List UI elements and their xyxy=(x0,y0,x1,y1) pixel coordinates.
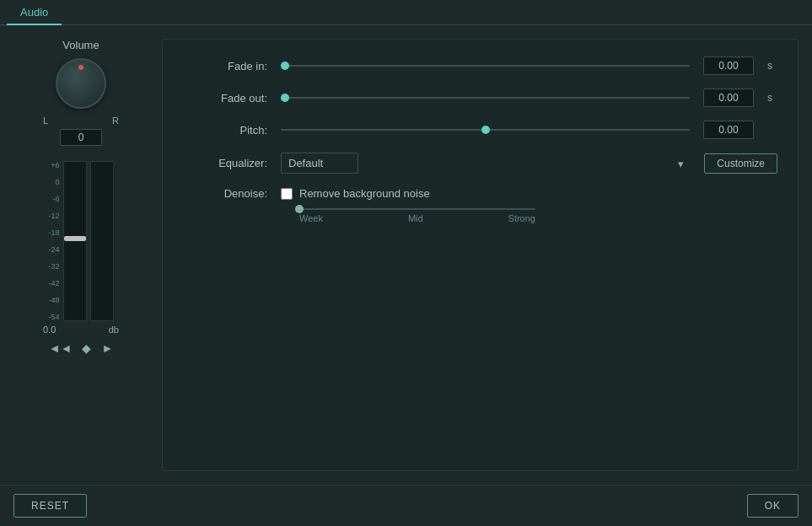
customize-button[interactable]: Customize xyxy=(704,153,777,174)
denoise-checkbox-label: Remove background noise xyxy=(299,187,430,200)
denoise-checkbox-row: Remove background noise xyxy=(281,187,777,200)
pitch-track xyxy=(281,129,690,131)
left-panel: Volume L R +6 0 -6 -12 -18 -24 -32 -42 xyxy=(13,39,148,471)
vu-channel-2 xyxy=(90,161,114,321)
fade-out-unit: s xyxy=(767,92,777,104)
fade-in-slider[interactable] xyxy=(281,57,690,74)
vu-channel-1 xyxy=(63,161,87,321)
reset-button[interactable]: RESET xyxy=(13,494,87,518)
fade-in-thumb[interactable] xyxy=(281,62,289,70)
volume-label: Volume xyxy=(62,39,99,51)
denoise-row: Denoise: Remove background noise Week Mi… xyxy=(183,187,777,223)
denoise-label: Denoise: xyxy=(183,187,267,200)
fade-out-label: Fade out: xyxy=(183,92,267,105)
main-content: Volume L R +6 0 -6 -12 -18 -24 -32 -42 xyxy=(0,25,812,485)
fade-out-value[interactable] xyxy=(703,89,754,107)
right-panel: Fade in: s Fade out: s Pitch: xyxy=(162,39,799,471)
footer: RESET OK xyxy=(0,485,812,526)
fade-in-unit: s xyxy=(767,60,777,72)
equalizer-row: Equalizer: Default Bass Boost Treble Boo… xyxy=(183,153,777,174)
pitch-label: Pitch: xyxy=(183,124,267,137)
volume-knob[interactable] xyxy=(56,58,106,109)
play-button[interactable]: ► xyxy=(99,340,115,357)
db-unit: db xyxy=(109,325,119,335)
vu-scale: +6 0 -6 -12 -18 -24 -32 -42 -48 -54 xyxy=(48,161,61,321)
equalizer-select[interactable]: Default Bass Boost Treble Boost Classic … xyxy=(281,153,358,174)
fade-out-track xyxy=(281,97,690,99)
fade-in-track xyxy=(281,65,690,67)
vu-channels xyxy=(63,161,114,321)
fade-in-label: Fade in: xyxy=(183,60,267,72)
fade-out-slider[interactable] xyxy=(281,89,690,106)
lr-labels: L R xyxy=(43,115,119,126)
fade-out-thumb[interactable] xyxy=(281,94,289,102)
db-label-row: 0.0 db xyxy=(43,325,119,335)
pitch-thumb[interactable] xyxy=(481,126,490,134)
knob-body[interactable] xyxy=(56,58,106,109)
denoise-slider-thumb[interactable] xyxy=(295,205,304,213)
denoise-label-strong: Strong xyxy=(508,213,535,223)
db-value: 0.0 xyxy=(43,325,56,335)
denoise-checkbox[interactable] xyxy=(281,188,293,200)
fade-in-value[interactable] xyxy=(703,56,754,75)
pitch-value[interactable] xyxy=(703,121,754,139)
denoise-content: Remove background noise Week Mid Strong xyxy=(281,187,777,223)
equalizer-label: Equalizer: xyxy=(183,157,267,169)
denoise-slider-track[interactable] xyxy=(299,208,535,210)
knob-indicator xyxy=(78,65,83,70)
denoise-scale-labels: Week Mid Strong xyxy=(299,213,535,223)
denoise-slider-container: Week Mid Strong xyxy=(299,208,535,223)
pitch-row: Pitch: xyxy=(183,121,777,139)
lr-right-label: R xyxy=(112,115,119,126)
stop-button[interactable]: ◆ xyxy=(80,340,93,357)
transport-controls: ◄◄ ◆ ► xyxy=(47,340,116,357)
pitch-slider[interactable] xyxy=(281,121,690,138)
ok-button[interactable]: OK xyxy=(747,494,799,518)
tab-audio[interactable]: Audio xyxy=(7,1,62,25)
eq-select-wrapper[interactable]: Default Bass Boost Treble Boost Classic … xyxy=(281,153,691,174)
volume-value-input[interactable] xyxy=(60,129,102,146)
vu-meter-area: +6 0 -6 -12 -18 -24 -32 -42 -48 -54 xyxy=(48,153,113,321)
fade-in-row: Fade in: s xyxy=(183,56,777,75)
denoise-label-mid: Mid xyxy=(408,213,423,223)
tab-bar: Audio xyxy=(0,0,812,25)
fade-out-row: Fade out: s xyxy=(183,89,777,107)
denoise-label-week: Week xyxy=(299,213,323,223)
rewind-button[interactable]: ◄◄ xyxy=(47,340,74,357)
denoise-slider-row: Week Mid Strong xyxy=(281,208,777,223)
vu-handle-1[interactable] xyxy=(64,236,86,241)
lr-left-label: L xyxy=(43,115,48,126)
